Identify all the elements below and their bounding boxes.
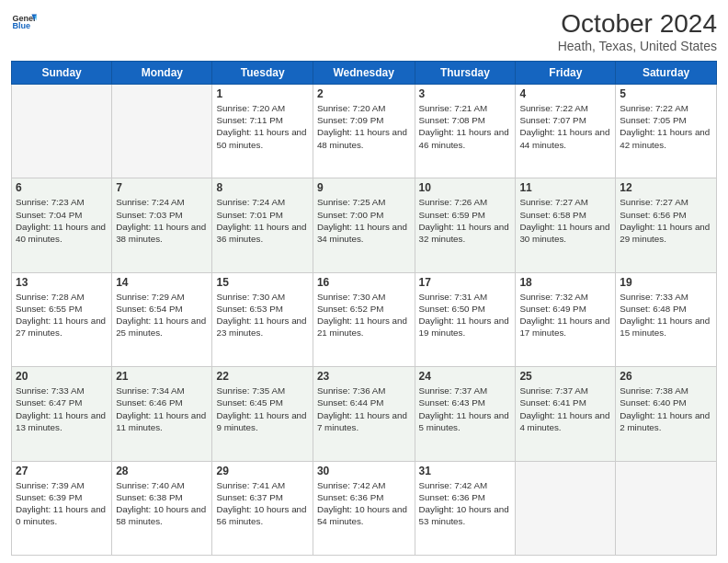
day-info: Sunrise: 7:31 AMSunset: 6:50 PMDaylight:… xyxy=(419,291,512,339)
day-number: 30 xyxy=(317,465,411,477)
day-info: Sunrise: 7:34 AMSunset: 6:46 PMDaylight:… xyxy=(116,385,208,433)
col-header-friday: Friday xyxy=(516,62,616,85)
day-info: Sunrise: 7:24 AMSunset: 7:03 PMDaylight:… xyxy=(116,196,208,245)
calendar-cell: 4Sunrise: 7:22 AMSunset: 7:07 PMDaylight… xyxy=(516,85,616,178)
week-row-2: 6Sunrise: 7:23 AMSunset: 7:04 PMDaylight… xyxy=(12,178,717,272)
day-number: 27 xyxy=(16,465,108,477)
day-number: 4 xyxy=(519,87,611,100)
day-info: Sunrise: 7:26 AMSunset: 6:59 PMDaylight:… xyxy=(419,196,512,245)
day-info: Sunrise: 7:23 AMSunset: 7:04 PMDaylight:… xyxy=(16,196,108,245)
day-info: Sunrise: 7:37 AMSunset: 6:41 PMDaylight:… xyxy=(519,385,611,433)
calendar-cell: 25Sunrise: 7:37 AMSunset: 6:41 PMDayligh… xyxy=(516,367,616,461)
day-number: 5 xyxy=(620,87,712,100)
day-number: 28 xyxy=(116,465,208,477)
day-number: 19 xyxy=(620,276,712,289)
day-number: 26 xyxy=(620,370,712,383)
day-number: 16 xyxy=(317,276,411,289)
calendar-cell: 14Sunrise: 7:29 AMSunset: 6:54 PMDayligh… xyxy=(112,272,212,366)
day-info: Sunrise: 7:37 AMSunset: 6:43 PMDaylight:… xyxy=(419,385,512,433)
day-info: Sunrise: 7:27 AMSunset: 6:56 PMDaylight:… xyxy=(620,196,712,245)
title-block: October 2024 Heath, Texas, United States xyxy=(558,9,717,53)
calendar-cell: 6Sunrise: 7:23 AMSunset: 7:04 PMDaylight… xyxy=(12,178,112,272)
day-number: 25 xyxy=(519,370,611,383)
day-info: Sunrise: 7:21 AMSunset: 7:08 PMDaylight:… xyxy=(419,102,512,151)
calendar-cell: 18Sunrise: 7:32 AMSunset: 6:49 PMDayligh… xyxy=(516,272,616,366)
sub-title: Heath, Texas, United States xyxy=(558,39,717,53)
day-number: 14 xyxy=(116,276,208,289)
calendar-cell: 1Sunrise: 7:20 AMSunset: 7:11 PMDaylight… xyxy=(212,85,313,178)
day-info: Sunrise: 7:20 AMSunset: 7:11 PMDaylight:… xyxy=(216,102,308,151)
day-info: Sunrise: 7:20 AMSunset: 7:09 PMDaylight:… xyxy=(317,102,411,151)
calendar-cell: 26Sunrise: 7:38 AMSunset: 6:40 PMDayligh… xyxy=(616,367,717,461)
day-number: 12 xyxy=(620,181,712,194)
calendar-cell: 31Sunrise: 7:42 AMSunset: 6:36 PMDayligh… xyxy=(415,461,516,555)
calendar-cell xyxy=(12,85,112,178)
day-info: Sunrise: 7:33 AMSunset: 6:47 PMDaylight:… xyxy=(16,385,108,433)
day-number: 8 xyxy=(216,181,308,194)
day-info: Sunrise: 7:29 AMSunset: 6:54 PMDaylight:… xyxy=(116,291,208,339)
week-row-1: 1Sunrise: 7:20 AMSunset: 7:11 PMDaylight… xyxy=(12,85,717,178)
calendar-cell: 13Sunrise: 7:28 AMSunset: 6:55 PMDayligh… xyxy=(12,272,112,366)
day-number: 1 xyxy=(216,87,308,100)
calendar-cell xyxy=(616,461,717,555)
day-number: 23 xyxy=(317,370,411,383)
page-container: General Blue October 2024 Heath, Texas, … xyxy=(0,0,728,563)
day-info: Sunrise: 7:27 AMSunset: 6:58 PMDaylight:… xyxy=(519,196,611,245)
calendar-cell: 8Sunrise: 7:24 AMSunset: 7:01 PMDaylight… xyxy=(212,178,313,272)
day-info: Sunrise: 7:38 AMSunset: 6:40 PMDaylight:… xyxy=(620,385,712,433)
calendar-cell: 22Sunrise: 7:35 AMSunset: 6:45 PMDayligh… xyxy=(212,367,313,461)
day-info: Sunrise: 7:22 AMSunset: 7:05 PMDaylight:… xyxy=(620,102,712,151)
day-info: Sunrise: 7:33 AMSunset: 6:48 PMDaylight:… xyxy=(620,291,712,339)
day-number: 3 xyxy=(419,87,512,100)
calendar-cell: 19Sunrise: 7:33 AMSunset: 6:48 PMDayligh… xyxy=(616,272,717,366)
day-number: 24 xyxy=(419,370,512,383)
col-header-thursday: Thursday xyxy=(415,62,516,85)
calendar-cell: 23Sunrise: 7:36 AMSunset: 6:44 PMDayligh… xyxy=(313,367,415,461)
day-number: 21 xyxy=(116,370,208,383)
calendar-cell: 24Sunrise: 7:37 AMSunset: 6:43 PMDayligh… xyxy=(415,367,516,461)
calendar-cell: 7Sunrise: 7:24 AMSunset: 7:03 PMDaylight… xyxy=(112,178,212,272)
calendar-cell: 15Sunrise: 7:30 AMSunset: 6:53 PMDayligh… xyxy=(212,272,313,366)
day-info: Sunrise: 7:36 AMSunset: 6:44 PMDaylight:… xyxy=(317,385,411,433)
day-info: Sunrise: 7:25 AMSunset: 7:00 PMDaylight:… xyxy=(317,196,411,245)
col-header-wednesday: Wednesday xyxy=(313,62,415,85)
header: General Blue October 2024 Heath, Texas, … xyxy=(11,9,717,53)
day-info: Sunrise: 7:32 AMSunset: 6:49 PMDaylight:… xyxy=(519,291,611,339)
day-info: Sunrise: 7:39 AMSunset: 6:39 PMDaylight:… xyxy=(16,479,108,528)
calendar-cell: 9Sunrise: 7:25 AMSunset: 7:00 PMDaylight… xyxy=(313,178,415,272)
day-number: 17 xyxy=(419,276,512,289)
calendar-cell: 5Sunrise: 7:22 AMSunset: 7:05 PMDaylight… xyxy=(616,85,717,178)
day-info: Sunrise: 7:40 AMSunset: 6:38 PMDaylight:… xyxy=(116,479,208,528)
day-info: Sunrise: 7:30 AMSunset: 6:52 PMDaylight:… xyxy=(317,291,411,339)
day-info: Sunrise: 7:30 AMSunset: 6:53 PMDaylight:… xyxy=(216,291,308,339)
col-header-sunday: Sunday xyxy=(12,62,112,85)
col-header-tuesday: Tuesday xyxy=(212,62,313,85)
day-number: 29 xyxy=(216,465,308,477)
day-info: Sunrise: 7:22 AMSunset: 7:07 PMDaylight:… xyxy=(519,102,611,151)
day-info: Sunrise: 7:28 AMSunset: 6:55 PMDaylight:… xyxy=(16,291,108,339)
day-number: 11 xyxy=(519,181,611,194)
calendar-cell: 10Sunrise: 7:26 AMSunset: 6:59 PMDayligh… xyxy=(415,178,516,272)
col-header-monday: Monday xyxy=(112,62,212,85)
logo: General Blue xyxy=(11,9,37,35)
calendar-cell xyxy=(112,85,212,178)
svg-text:Blue: Blue xyxy=(12,21,30,30)
day-info: Sunrise: 7:35 AMSunset: 6:45 PMDaylight:… xyxy=(216,385,308,433)
day-number: 10 xyxy=(419,181,512,194)
day-number: 7 xyxy=(116,181,208,194)
day-number: 31 xyxy=(419,465,512,477)
day-info: Sunrise: 7:24 AMSunset: 7:01 PMDaylight:… xyxy=(216,196,308,245)
day-info: Sunrise: 7:41 AMSunset: 6:37 PMDaylight:… xyxy=(216,479,308,528)
day-number: 6 xyxy=(16,181,108,194)
col-header-saturday: Saturday xyxy=(616,62,717,85)
day-number: 20 xyxy=(16,370,108,383)
calendar-cell: 17Sunrise: 7:31 AMSunset: 6:50 PMDayligh… xyxy=(415,272,516,366)
day-number: 2 xyxy=(317,87,411,100)
calendar-cell: 3Sunrise: 7:21 AMSunset: 7:08 PMDaylight… xyxy=(415,85,516,178)
day-number: 18 xyxy=(519,276,611,289)
calendar-cell: 27Sunrise: 7:39 AMSunset: 6:39 PMDayligh… xyxy=(12,461,112,555)
calendar-cell: 30Sunrise: 7:42 AMSunset: 6:36 PMDayligh… xyxy=(313,461,415,555)
day-number: 13 xyxy=(16,276,108,289)
calendar-cell: 29Sunrise: 7:41 AMSunset: 6:37 PMDayligh… xyxy=(212,461,313,555)
calendar-header-row: SundayMondayTuesdayWednesdayThursdayFrid… xyxy=(12,62,717,85)
